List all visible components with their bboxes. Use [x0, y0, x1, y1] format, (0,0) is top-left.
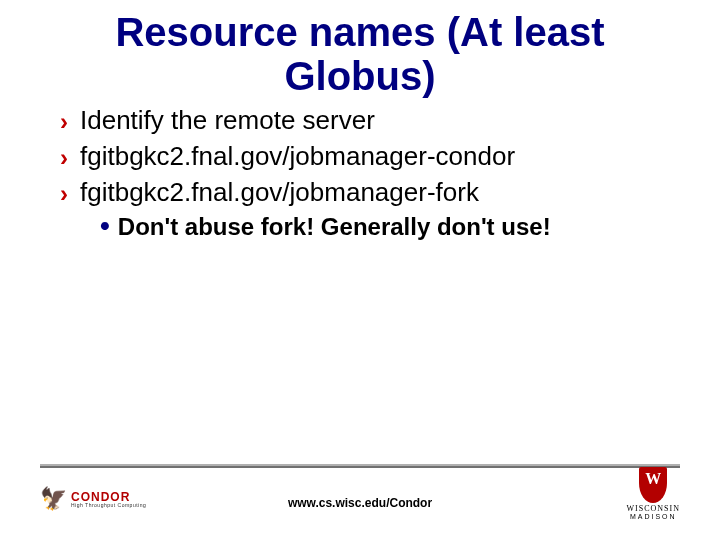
bullet-item-3: › fgitbgkc2.fnal.gov/jobmanager-fork — [60, 176, 680, 210]
uw-madison-text: MADISON — [630, 513, 677, 520]
slide-body: › Identify the remote server › fgitbgkc2… — [0, 98, 720, 243]
bullet-item-2: › fgitbgkc2.fnal.gov/jobmanager-condor — [60, 140, 680, 174]
bullet-text: fgitbgkc2.fnal.gov/jobmanager-condor — [80, 140, 515, 174]
uw-crest-icon — [639, 467, 667, 503]
footer-divider — [40, 464, 680, 468]
uw-text: WISCONSIN — [627, 505, 680, 513]
chevron-icon: › — [60, 108, 68, 137]
bullet-text: Identify the remote server — [80, 104, 375, 138]
chevron-icon: › — [60, 144, 68, 173]
sub-bullet-text: Don't abuse fork! Generally don't use! — [118, 211, 551, 242]
title-line-2: Globus) — [284, 54, 435, 98]
footer-url: www.cs.wisc.edu/Condor — [0, 496, 720, 510]
bullet-dot-icon: • — [100, 213, 110, 238]
sub-bullet-1: • Don't abuse fork! Generally don't use! — [100, 211, 680, 242]
bullet-text: fgitbgkc2.fnal.gov/jobmanager-fork — [80, 176, 479, 210]
title-line-1: Resource names (At least — [115, 10, 604, 54]
chevron-icon: › — [60, 180, 68, 209]
uw-logo: WISCONSIN MADISON — [627, 467, 680, 520]
slide-title: Resource names (At least Globus) — [0, 0, 720, 98]
bullet-item-1: › Identify the remote server — [60, 104, 680, 138]
